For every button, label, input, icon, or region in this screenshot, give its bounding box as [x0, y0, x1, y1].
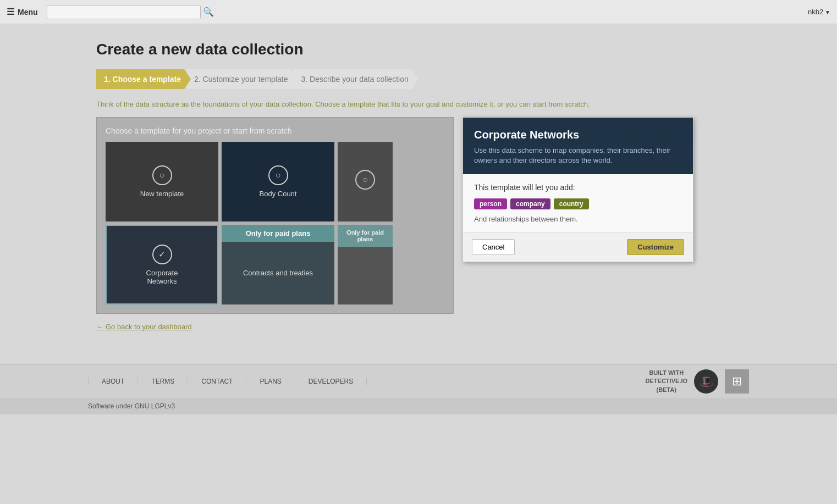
tag-country: country: [554, 198, 589, 209]
menu-button[interactable]: ☰ Menu: [7, 7, 38, 17]
new-template-icon: ○: [152, 165, 172, 185]
template-card-corp-pub[interactable]: Only for paid plans: [338, 225, 393, 304]
contracts-label: Contracts and treaties: [243, 269, 313, 277]
footer-license: Software under GNU LGPLv3: [0, 398, 837, 414]
step-3[interactable]: 3. Describe your data collection: [293, 69, 418, 89]
detective-logo-icon: 🎩: [694, 369, 718, 394]
footer-link-about[interactable]: ABOUT: [88, 378, 138, 385]
back-link[interactable]: ← Go back to your dashboard: [96, 323, 192, 331]
body-count-label: Body Count: [260, 190, 297, 198]
modal-subtitle: Use this data scheme to map companies, t…: [474, 146, 682, 165]
modal-template-info: This template will let you add:: [474, 183, 682, 192]
modal: Corporate Networks Use this data scheme …: [462, 117, 693, 262]
footer-link-terms[interactable]: TERMS: [138, 378, 188, 385]
cancel-button[interactable]: Cancel: [472, 239, 515, 255]
modal-title: Corporate Networks: [474, 129, 682, 141]
footer-link-contact[interactable]: CONTACT: [188, 378, 246, 385]
template-section-title: Choose a template for you project or sta…: [106, 126, 444, 135]
search-button[interactable]: 🔍: [203, 7, 214, 17]
tag-person: person: [474, 198, 507, 209]
body-count-icon: ○: [268, 165, 288, 185]
hamburger-icon: ☰: [7, 7, 14, 17]
customize-button[interactable]: Customize: [627, 239, 684, 255]
footer-brand-text: BUILT WITHDETECTIVE.IO(BETA): [646, 369, 687, 394]
footer-brand: BUILT WITHDETECTIVE.IO(BETA) 🎩 ⊞: [646, 369, 749, 394]
header: ☰ Menu 🔍 nkb2: [0, 0, 837, 24]
description-text: Think of the data structure as the found…: [96, 100, 741, 108]
tags-list: person company country: [474, 198, 682, 209]
paid-overlay-corp-pub: Only for paid plans: [338, 225, 393, 247]
footer-links: ABOUT TERMS CONTACT PLANS DEVELOPERS BUI…: [0, 365, 837, 398]
menu-label: Menu: [18, 8, 38, 16]
search-input[interactable]: [47, 5, 201, 19]
main-content: Create a new data collection 1. Choose a…: [0, 24, 837, 342]
user-menu[interactable]: nkb2: [808, 8, 830, 16]
tag-company: company: [510, 198, 550, 209]
modal-header: Corporate Networks Use this data scheme …: [463, 118, 693, 174]
footer-link-plans[interactable]: PLANS: [246, 378, 295, 385]
modal-footer: Cancel Customize: [463, 232, 693, 262]
steps-bar: 1. Choose a template 2. Customize your t…: [96, 69, 741, 89]
template-card-body-count[interactable]: ○ Body Count: [222, 142, 334, 221]
footer: ABOUT TERMS CONTACT PLANS DEVELOPERS BUI…: [0, 364, 837, 414]
template-card-placeholder-top[interactable]: ○: [338, 142, 393, 221]
template-card-new[interactable]: ○ New template: [106, 142, 218, 221]
paid-overlay-contracts: Only for paid plans: [222, 225, 334, 242]
modal-body: This template will let you add: person c…: [463, 174, 693, 232]
step-1[interactable]: 1. Choose a template: [96, 69, 191, 89]
new-template-label: New template: [140, 190, 184, 198]
template-section-wrapper: Choose a template for you project or sta…: [96, 117, 454, 314]
placeholder-top-icon: ○: [355, 170, 375, 190]
template-section: Choose a template for you project or sta…: [96, 117, 454, 314]
corp-networks-label: CorporateNetworks: [146, 269, 178, 285]
template-card-corp-networks[interactable]: ✓ CorporateNetworks: [106, 225, 218, 304]
back-link-label: Go back to your dashboard: [106, 323, 192, 331]
page-title: Create a new data collection: [96, 41, 741, 58]
puzzle-icon: ⊞: [725, 369, 749, 394]
footer-link-developers[interactable]: DEVELOPERS: [295, 378, 367, 385]
template-card-contracts[interactable]: Only for paid plans Contracts and treati…: [222, 225, 334, 304]
search-wrap: 🔍: [47, 5, 800, 19]
back-arrow-icon: ←: [96, 323, 103, 331]
modal-relations: And relationships between them.: [474, 215, 682, 223]
step-2[interactable]: 2. Customize your template: [186, 69, 298, 89]
corp-networks-icon: ✓: [152, 245, 172, 264]
template-grid: ○ New template ○ Body Count ○ ✓: [106, 142, 444, 304]
